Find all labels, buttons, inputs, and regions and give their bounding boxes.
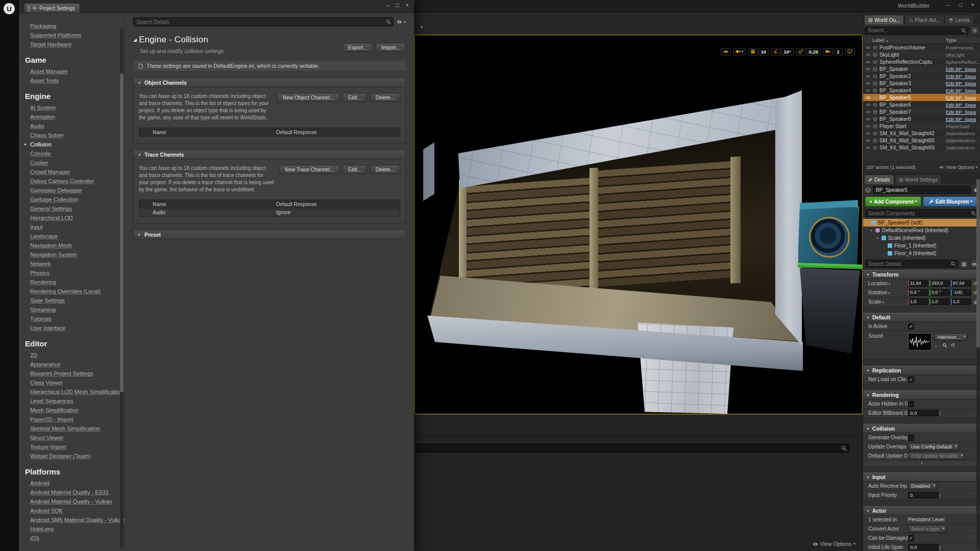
browse-asset-icon[interactable] [942, 343, 947, 348]
outliner-row[interactable]: BP_Speaker8 Edit BP_Spea [863, 115, 980, 122]
actor-type[interactable]: Edit BP_Spea [946, 95, 980, 101]
settings-category[interactable]: Android SDK [19, 506, 125, 515]
settings-category[interactable]: Physics [19, 268, 125, 278]
settings-category[interactable]: Navigation System [19, 250, 125, 259]
actor-type[interactable]: Edit BP_Spea [946, 81, 980, 86]
generate-overlap-checkbox[interactable] [908, 435, 914, 441]
maximize-button[interactable]: □ [957, 2, 964, 8]
replication-section-header[interactable]: ▼ Replication [863, 366, 980, 375]
content-view-options[interactable]: View Options ▾ [813, 541, 855, 547]
details-search-box[interactable] [865, 260, 958, 268]
outliner-row[interactable]: SM_Kit_Wall_Straight42 StaticMeshAc [863, 130, 980, 137]
actor-name-field[interactable] [873, 186, 971, 194]
settings-category[interactable]: General Settings [19, 204, 125, 213]
actor-type[interactable]: StaticMeshAc [946, 138, 980, 143]
edit-button[interactable]: Edit... [342, 93, 367, 102]
settings-category[interactable]: Gameplay Debugger [19, 186, 125, 195]
game-view-button[interactable] [721, 48, 731, 56]
outliner-row[interactable]: BP_Speaker7 Edit BP_Spea [863, 108, 980, 115]
show-advanced-expander[interactable]: ▾ [863, 461, 980, 466]
rotation-snap-control[interactable]: ∠ 10° [771, 48, 793, 56]
spinner-arrows[interactable]: ▴▾ [939, 545, 941, 549]
visibility-eye-icon[interactable] [865, 95, 871, 100]
component-row[interactable]: Floor_1 (Inherited) [863, 242, 980, 249]
rotation-z-field[interactable]: -100, [951, 289, 971, 296]
use-selected-asset-icon[interactable]: ← [934, 342, 939, 348]
visibility-eye-icon[interactable] [865, 103, 871, 107]
new-object-channel-button[interactable]: New Object Channel... [277, 93, 339, 102]
expand-arrow-icon[interactable]: ▾ [869, 229, 873, 233]
sound-asset-dropdown[interactable]: Attention... [934, 333, 967, 341]
settings-category[interactable]: Skeletal Mesh Simplification [19, 424, 125, 433]
settings-category[interactable]: Audio [19, 121, 125, 131]
sound-wave-thumbnail[interactable] [908, 333, 932, 350]
trace-channels-header[interactable]: ▼ Trace Channels [134, 150, 405, 160]
component-search-input[interactable] [866, 211, 971, 216]
visibility-eye-icon[interactable] [865, 145, 871, 150]
settings-category[interactable]: 2D [19, 350, 125, 360]
settings-category[interactable]: Hierarchical LOD [19, 213, 125, 222]
import-button[interactable]: Import... [376, 43, 406, 52]
settings-search-input[interactable] [134, 19, 386, 25]
settings-category[interactable]: Rendering Overrides (Local) [19, 287, 125, 296]
actor-type[interactable]: SphereReflect... [946, 59, 980, 65]
settings-category[interactable]: Paper2D - Import [19, 415, 125, 424]
rendering-section-header[interactable]: ▼ Rendering [863, 390, 980, 399]
settings-category[interactable]: Chaos Solver [19, 131, 125, 140]
scale-snap-value[interactable]: 0,25 [806, 48, 821, 56]
details-scrollbar[interactable] [976, 173, 979, 550]
actor-type[interactable]: Edit BP_Spea [946, 102, 980, 108]
settings-category[interactable]: Android Material Quality - ES31 [19, 488, 125, 497]
visibility-eye-icon[interactable] [865, 60, 871, 64]
location-y-field[interactable]: 283,0 [929, 280, 950, 287]
outliner-row[interactable]: SM_Kit_Wall_Straight65 StaticMeshAc [863, 137, 980, 144]
tab-levels[interactable]: Levels [945, 15, 974, 24]
settings-category[interactable]: Level Sequences [19, 396, 125, 406]
input-section-header[interactable]: ▼ Input [863, 472, 980, 482]
settings-category[interactable]: AI System [19, 103, 125, 112]
new-trace-channel-button[interactable]: New Trace Channel... [279, 165, 339, 174]
actor-hidden-checkbox[interactable] [908, 401, 914, 407]
close-button[interactable]: × [406, 2, 409, 8]
rotation-x-field[interactable]: 0,0 ° [908, 289, 928, 296]
settings-category[interactable]: Console [19, 149, 125, 158]
actor-section-header[interactable]: ▼ Actor [863, 506, 980, 515]
settings-category[interactable]: Widget Designer (Team) [19, 452, 125, 461]
visibility-eye-icon[interactable] [865, 81, 871, 86]
settings-category[interactable]: User Interface [19, 323, 125, 333]
visibility-eye-icon[interactable] [865, 124, 871, 129]
default-update-dropdown[interactable]: Only Update Movable [908, 452, 965, 460]
caret-down-icon[interactable]: ▾ [889, 282, 891, 286]
visibility-eye-icon[interactable] [865, 117, 871, 121]
settings-category[interactable]: Tutorials [19, 314, 125, 323]
caret-down-icon[interactable]: ▾ [882, 300, 884, 304]
visibility-eye-icon[interactable] [865, 110, 871, 114]
outliner-row[interactable]: BP_Speaker Edit BP_Spea [863, 65, 980, 72]
outliner-row[interactable]: BP_Speaker5 Edit BP_Spea [863, 94, 980, 101]
tab-world-outliner[interactable]: World Ou... [864, 15, 904, 24]
scale-x-field[interactable]: 1,0 [908, 298, 928, 305]
actor-type[interactable]: PlayerStart [946, 123, 980, 129]
project-settings-title-bar[interactable]: Project Settings – □ × [19, 0, 414, 13]
table-row[interactable]: AudioIgnore [139, 208, 400, 216]
settings-category[interactable]: Hierarchical LOD Mesh Simplification [19, 387, 125, 396]
scale-snap-control[interactable]: 0,25 [796, 48, 821, 56]
chevron-down-icon[interactable]: ▾ [421, 24, 423, 30]
tab-details[interactable]: Details [864, 174, 894, 184]
settings-category[interactable]: Android [19, 479, 125, 488]
settings-category[interactable]: Cooker [19, 158, 125, 167]
restore-button[interactable]: □ [396, 2, 399, 8]
minimize-button[interactable]: – [945, 2, 951, 8]
outliner-row[interactable]: PostProcessVolume PostProcess... [863, 44, 980, 51]
delete-button[interactable]: Delete... [370, 93, 400, 102]
tab-place-actors[interactable]: Place Act... [904, 15, 944, 24]
delete-button[interactable]: Delete... [370, 165, 400, 174]
settings-category[interactable]: Android Material Quality - Vulkan [19, 497, 125, 506]
settings-category[interactable]: Supported Platforms [19, 31, 125, 40]
reset-asset-icon[interactable]: ↺ [950, 342, 954, 348]
visibility-eye-icon[interactable] [865, 88, 871, 93]
close-button[interactable]: × [969, 2, 976, 8]
tab-world-settings[interactable]: World Settings [895, 174, 942, 184]
settings-category[interactable]: Network [19, 259, 125, 268]
expand-arrow-icon[interactable]: ▾ [865, 221, 869, 225]
